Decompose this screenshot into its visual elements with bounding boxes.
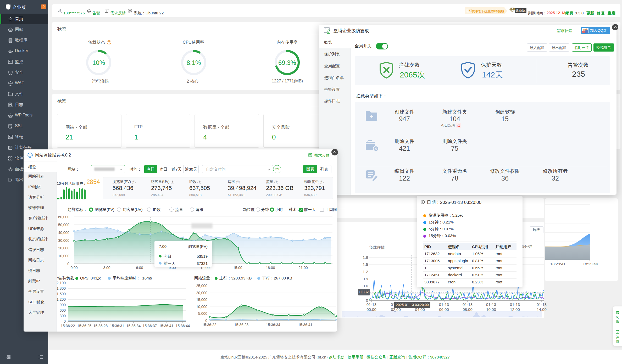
svg-text:69.3%: 69.3% bbox=[278, 59, 296, 66]
svg-text:8.1%: 8.1% bbox=[187, 59, 201, 66]
svg-text:10%: 10% bbox=[92, 59, 105, 66]
svg-text:WAF: WAF bbox=[9, 83, 12, 84]
